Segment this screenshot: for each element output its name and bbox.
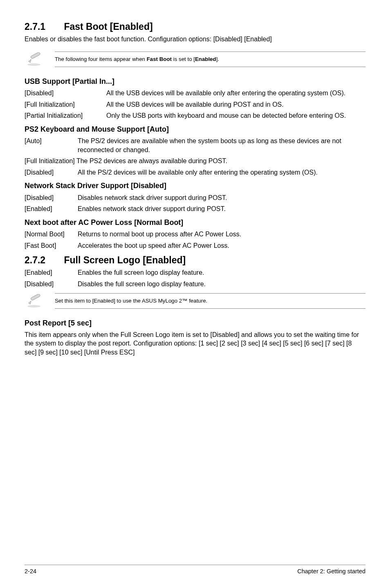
option-desc: All the USB devices will be available du…: [106, 100, 365, 109]
option-term: [Enabled]: [25, 268, 78, 277]
option-desc: All the USB devices will be available on…: [106, 89, 365, 98]
option-desc: Enables the full screen logo display fea…: [78, 268, 365, 277]
nextboot-row: [Fast Boot] Accelerates the boot up spee…: [25, 241, 365, 250]
option-desc: Disables network stack driver support du…: [78, 193, 365, 202]
svg-rect-4: [31, 294, 40, 301]
option-desc: The PS/2 devices are available when the …: [78, 137, 365, 154]
option-desc: All the PS/2 devices will be available o…: [78, 168, 365, 177]
pencil-icon: [25, 293, 47, 309]
svg-point-3: [27, 305, 40, 307]
section-271-intro: Enables or disables the fast boot functi…: [25, 35, 365, 44]
nextboot-heading: Next boot after AC Power Loss [Normal Bo…: [25, 218, 365, 227]
section-272-heading: 2.7.2 Full Screen Logo [Enabled]: [25, 254, 365, 267]
option-term: [Full Initialization]: [25, 100, 106, 109]
usb-row: [Full Initialization] All the USB device…: [25, 100, 365, 109]
svg-point-0: [27, 63, 40, 66]
net-row: [Disabled] Disables network stack driver…: [25, 193, 365, 202]
logo-row: [Disabled] Disables the full screen logo…: [25, 280, 365, 289]
usb-row: [Disabled] All the USB devices will be a…: [25, 89, 365, 98]
option-term: [Fast Boot]: [25, 241, 78, 250]
section-title: Fast Boot [Enabled]: [64, 21, 152, 32]
option-desc: Accelerates the boot up speed after AC P…: [78, 241, 365, 250]
option-term: [Disabled]: [25, 280, 78, 289]
svg-marker-2: [29, 59, 31, 63]
nextboot-row: [Normal Boot] Returns to normal boot up …: [25, 230, 365, 239]
note-text: Set this item to [Enabled] to use the AS…: [55, 293, 365, 309]
section-title: Full Screen Logo [Enabled]: [64, 255, 186, 265]
option-term: [Enabled]: [25, 204, 78, 213]
section-number: 2.7.1: [25, 20, 61, 33]
note-fastboot: The following four items appear when Fas…: [25, 51, 365, 67]
section-number: 2.7.2: [25, 254, 61, 267]
option-desc: The PS2 devices are always available dur…: [76, 157, 227, 164]
page-number: 2-24: [25, 568, 36, 576]
svg-rect-1: [31, 52, 40, 59]
option-desc: Returns to normal boot up process after …: [78, 230, 365, 239]
svg-marker-5: [29, 301, 31, 304]
ps2-row: [Auto] The PS/2 devices are available wh…: [25, 137, 365, 154]
usb-support-heading: USB Support [Partial In...]: [25, 76, 365, 86]
option-desc: Disables the full screen logo display fe…: [78, 280, 365, 289]
option-term: [Disabled]: [25, 168, 78, 177]
option-desc: Enables network stack driver support dur…: [78, 204, 365, 213]
note-mylogo: Set this item to [Enabled] to use the AS…: [25, 293, 365, 309]
pencil-icon: [25, 51, 47, 67]
note-text: The following four items appear when Fas…: [55, 52, 365, 67]
net-row: [Enabled] Enables network stack driver s…: [25, 204, 365, 213]
option-term: [Full Initialization]: [25, 157, 75, 164]
option-term: [Disabled]: [25, 193, 78, 202]
usb-row: [Partial Initialization] Only the USB po…: [25, 111, 365, 120]
option-term: [Auto]: [25, 137, 78, 154]
logo-row: [Enabled] Enables the full screen logo d…: [25, 268, 365, 277]
page-footer: 2-24 Chapter 2: Getting started: [25, 565, 365, 576]
ps2-row: [Disabled] All the PS/2 devices will be …: [25, 168, 365, 177]
netstack-heading: Network Stack Driver Support [Disabled]: [25, 181, 365, 191]
option-desc: Only the USB ports with keyboard and mou…: [106, 111, 365, 120]
section-271-heading: 2.7.1 Fast Boot [Enabled]: [25, 20, 365, 33]
ps2-heading: PS2 Keyboard and Mouse Support [Auto]: [25, 124, 365, 134]
option-term: [Partial Initialization]: [25, 111, 106, 120]
chapter-label: Chapter 2: Getting started: [297, 568, 365, 576]
ps2-row-inline: [Full Initialization] The PS2 devices ar…: [25, 157, 365, 166]
postreport-heading: Post Report [5 sec]: [25, 318, 365, 328]
option-term: [Disabled]: [25, 89, 106, 98]
postreport-para: This item appears only when the Full Scr…: [25, 330, 365, 357]
option-term: [Normal Boot]: [25, 230, 78, 239]
